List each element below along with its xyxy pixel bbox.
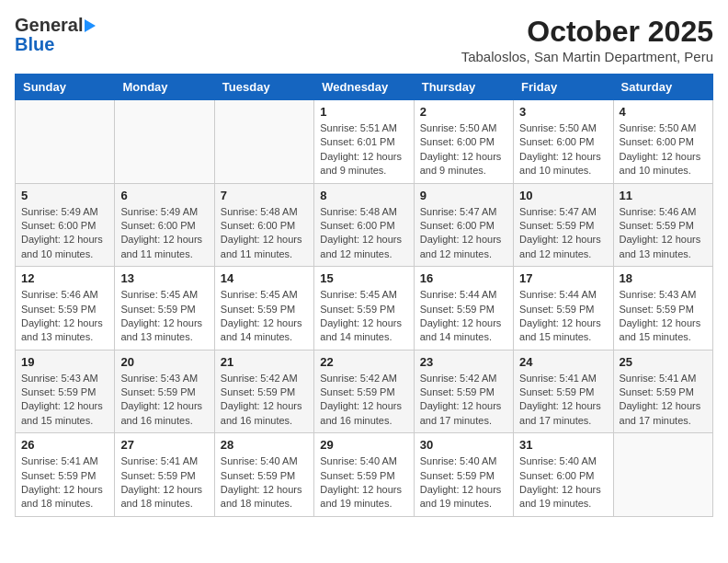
day-number: 24 [519,355,607,369]
day-info: Sunrise: 5:49 AM Sunset: 6:00 PM Dayligh… [21,205,108,262]
calendar-day-cell: 25Sunrise: 5:41 AM Sunset: 5:59 PM Dayli… [613,350,712,433]
day-number: 30 [420,438,507,452]
calendar-day-header: Wednesday [314,75,414,100]
calendar-week-row: 12Sunrise: 5:46 AM Sunset: 5:59 PM Dayli… [16,267,713,350]
calendar-day-cell: 3Sunrise: 5:50 AM Sunset: 6:00 PM Daylig… [514,100,613,184]
day-info: Sunrise: 5:41 AM Sunset: 5:59 PM Dayligh… [620,372,707,429]
calendar-week-row: 1Sunrise: 5:51 AM Sunset: 6:01 PM Daylig… [16,100,713,184]
day-number: 28 [221,438,308,452]
day-number: 29 [320,438,407,452]
calendar-day-cell: 20Sunrise: 5:43 AM Sunset: 5:59 PM Dayli… [115,350,214,433]
day-info: Sunrise: 5:42 AM Sunset: 5:59 PM Dayligh… [320,372,407,429]
day-info: Sunrise: 5:40 AM Sunset: 6:00 PM Dayligh… [519,454,607,511]
day-number: 13 [120,271,208,285]
day-number: 27 [120,438,208,452]
day-info: Sunrise: 5:47 AM Sunset: 6:00 PM Dayligh… [420,205,507,262]
calendar-header-row: SundayMondayTuesdayWednesdayThursdayFrid… [16,75,713,100]
calendar-day-cell [16,100,115,184]
calendar-day-cell: 24Sunrise: 5:41 AM Sunset: 5:59 PM Dayli… [514,350,613,433]
calendar-day-cell: 10Sunrise: 5:47 AM Sunset: 5:59 PM Dayli… [514,183,613,267]
day-number: 18 [620,271,707,285]
calendar-day-cell: 1Sunrise: 5:51 AM Sunset: 6:01 PM Daylig… [314,100,414,184]
day-number: 22 [320,355,407,369]
day-info: Sunrise: 5:46 AM Sunset: 5:59 PM Dayligh… [620,205,707,262]
calendar-day-cell: 21Sunrise: 5:42 AM Sunset: 5:59 PM Dayli… [214,350,313,433]
logo-general-text: General [15,15,83,36]
day-number: 21 [221,355,308,369]
day-number: 12 [21,271,108,285]
day-number: 4 [620,105,707,119]
day-info: Sunrise: 5:50 AM Sunset: 6:00 PM Dayligh… [620,121,707,178]
day-number: 25 [620,355,707,369]
calendar-day-cell: 14Sunrise: 5:45 AM Sunset: 5:59 PM Dayli… [214,267,313,350]
calendar-day-cell: 17Sunrise: 5:44 AM Sunset: 5:59 PM Dayli… [514,267,613,350]
calendar-day-header: Friday [514,75,613,100]
day-info: Sunrise: 5:40 AM Sunset: 5:59 PM Dayligh… [420,454,507,511]
day-info: Sunrise: 5:43 AM Sunset: 5:59 PM Dayligh… [620,288,707,345]
logo-blue-text: Blue [15,34,54,55]
calendar-table: SundayMondayTuesdayWednesdayThursdayFrid… [15,74,713,517]
day-info: Sunrise: 5:41 AM Sunset: 5:59 PM Dayligh… [21,454,108,511]
page-header: General Blue October 2025 Tabaloslos, Sa… [15,15,713,64]
day-info: Sunrise: 5:44 AM Sunset: 5:59 PM Dayligh… [420,288,507,345]
day-number: 15 [320,271,407,285]
calendar-day-header: Monday [115,75,214,100]
day-number: 7 [221,189,308,202]
calendar-day-cell: 31Sunrise: 5:40 AM Sunset: 6:00 PM Dayli… [514,433,613,517]
day-info: Sunrise: 5:50 AM Sunset: 6:00 PM Dayligh… [420,121,507,178]
calendar-week-row: 19Sunrise: 5:43 AM Sunset: 5:59 PM Dayli… [16,350,713,433]
calendar-day-cell: 23Sunrise: 5:42 AM Sunset: 5:59 PM Dayli… [414,350,513,433]
day-info: Sunrise: 5:45 AM Sunset: 5:59 PM Dayligh… [320,288,407,345]
day-info: Sunrise: 5:41 AM Sunset: 5:59 PM Dayligh… [120,454,208,511]
calendar-day-cell: 7Sunrise: 5:48 AM Sunset: 6:00 PM Daylig… [214,183,313,267]
day-number: 20 [120,355,208,369]
calendar-day-cell: 5Sunrise: 5:49 AM Sunset: 6:00 PM Daylig… [16,183,115,267]
day-number: 31 [519,438,607,452]
calendar-day-cell: 19Sunrise: 5:43 AM Sunset: 5:59 PM Dayli… [16,350,115,433]
calendar-week-row: 5Sunrise: 5:49 AM Sunset: 6:00 PM Daylig… [16,183,713,267]
calendar-day-cell: 22Sunrise: 5:42 AM Sunset: 5:59 PM Dayli… [314,350,414,433]
day-number: 11 [620,189,707,202]
calendar-day-cell: 28Sunrise: 5:40 AM Sunset: 5:59 PM Dayli… [214,433,313,517]
calendar-day-cell: 18Sunrise: 5:43 AM Sunset: 5:59 PM Dayli… [613,267,712,350]
title-block: October 2025 Tabaloslos, San Martin Depa… [461,15,713,64]
calendar-day-cell [214,100,313,184]
calendar-day-header: Sunday [16,75,115,100]
day-number: 14 [221,271,308,285]
day-number: 6 [120,189,208,202]
calendar-day-cell: 2Sunrise: 5:50 AM Sunset: 6:00 PM Daylig… [414,100,513,184]
logo: General Blue [15,15,96,55]
calendar-day-cell: 26Sunrise: 5:41 AM Sunset: 5:59 PM Dayli… [16,433,115,517]
page-title: October 2025 [461,15,713,49]
day-info: Sunrise: 5:43 AM Sunset: 5:59 PM Dayligh… [21,372,108,429]
day-info: Sunrise: 5:41 AM Sunset: 5:59 PM Dayligh… [519,372,607,429]
day-info: Sunrise: 5:44 AM Sunset: 5:59 PM Dayligh… [519,288,607,345]
day-info: Sunrise: 5:48 AM Sunset: 6:00 PM Dayligh… [320,205,407,262]
day-info: Sunrise: 5:48 AM Sunset: 6:00 PM Dayligh… [221,205,308,262]
day-number: 8 [320,189,407,202]
calendar-day-cell [613,433,712,517]
day-number: 16 [420,271,507,285]
calendar-day-cell: 16Sunrise: 5:44 AM Sunset: 5:59 PM Dayli… [414,267,513,350]
day-number: 1 [320,105,407,119]
calendar-day-cell: 4Sunrise: 5:50 AM Sunset: 6:00 PM Daylig… [613,100,712,184]
day-number: 23 [420,355,507,369]
day-number: 17 [519,271,607,285]
day-info: Sunrise: 5:49 AM Sunset: 6:00 PM Dayligh… [120,205,208,262]
calendar-day-header: Thursday [414,75,513,100]
day-number: 26 [21,438,108,452]
calendar-day-cell: 13Sunrise: 5:45 AM Sunset: 5:59 PM Dayli… [115,267,214,350]
day-number: 10 [519,189,607,202]
calendar-day-cell: 11Sunrise: 5:46 AM Sunset: 5:59 PM Dayli… [613,183,712,267]
calendar-week-row: 26Sunrise: 5:41 AM Sunset: 5:59 PM Dayli… [16,433,713,517]
day-info: Sunrise: 5:42 AM Sunset: 5:59 PM Dayligh… [221,372,308,429]
day-info: Sunrise: 5:47 AM Sunset: 5:59 PM Dayligh… [519,205,607,262]
day-info: Sunrise: 5:45 AM Sunset: 5:59 PM Dayligh… [221,288,308,345]
day-info: Sunrise: 5:45 AM Sunset: 5:59 PM Dayligh… [120,288,208,345]
day-number: 5 [21,189,108,202]
day-number: 3 [519,105,607,119]
day-info: Sunrise: 5:42 AM Sunset: 5:59 PM Dayligh… [420,372,507,429]
calendar-day-header: Tuesday [214,75,313,100]
day-info: Sunrise: 5:51 AM Sunset: 6:01 PM Dayligh… [320,121,407,178]
day-number: 2 [420,105,507,119]
